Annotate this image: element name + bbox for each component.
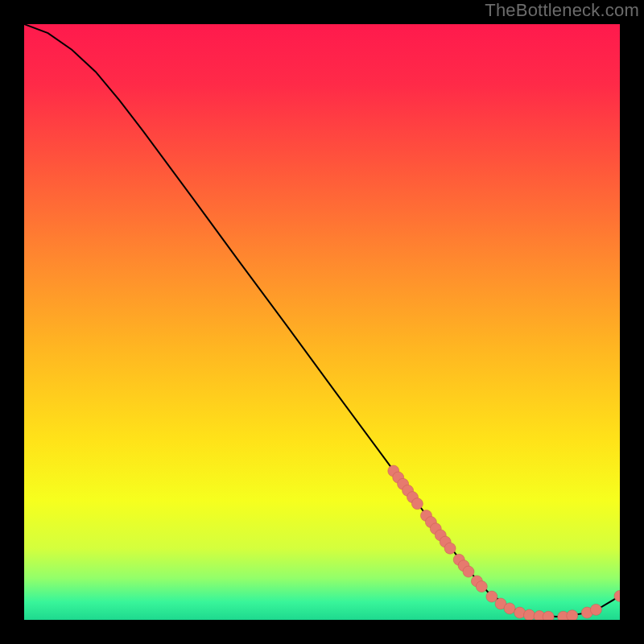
data-marker: [590, 604, 601, 615]
data-marker: [486, 591, 497, 602]
watermark-text: TheBottleneck.com: [485, 0, 639, 21]
chart-root: TheBottleneck.com: [0, 0, 644, 644]
data-marker: [444, 543, 456, 554]
data-marker: [411, 498, 423, 510]
data-marker: [567, 610, 578, 620]
data-marker: [524, 609, 535, 620]
gradient-background: [24, 24, 620, 620]
plot-svg: [24, 24, 620, 620]
plot-area-wrap: [24, 24, 620, 620]
data-marker: [476, 581, 487, 592]
data-marker: [463, 566, 474, 577]
data-marker: [504, 603, 515, 614]
